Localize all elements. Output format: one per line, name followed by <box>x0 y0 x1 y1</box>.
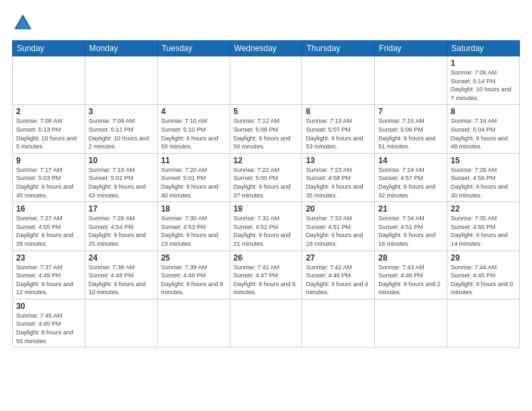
day-number: 11 <box>161 156 226 165</box>
calendar-cell: 8Sunrise: 7:16 AM Sunset: 5:04 PM Daylig… <box>447 105 520 153</box>
calendar-cell <box>302 56 375 105</box>
calendar-cell: 3Sunrise: 7:09 AM Sunset: 5:11 PM Daylig… <box>85 105 157 153</box>
day-number: 9 <box>16 156 81 165</box>
weekday-header-saturday: Saturday <box>447 41 520 56</box>
weekday-header-tuesday: Tuesday <box>157 41 230 56</box>
calendar-week-1: 2Sunrise: 7:08 AM Sunset: 5:13 PM Daylig… <box>13 105 520 153</box>
calendar: SundayMondayTuesdayWednesdayThursdayFrid… <box>12 40 520 348</box>
day-info: Sunrise: 7:39 AM Sunset: 4:48 PM Dayligh… <box>161 263 226 297</box>
calendar-cell <box>302 299 375 347</box>
calendar-cell: 9Sunrise: 7:17 AM Sunset: 5:03 PM Daylig… <box>13 153 85 201</box>
weekday-header-wednesday: Wednesday <box>230 41 302 56</box>
calendar-cell: 10Sunrise: 7:19 AM Sunset: 5:02 PM Dayli… <box>85 153 157 201</box>
calendar-header-row: SundayMondayTuesdayWednesdayThursdayFrid… <box>13 41 520 56</box>
day-number: 30 <box>16 302 81 311</box>
calendar-cell: 12Sunrise: 7:22 AM Sunset: 5:00 PM Dayli… <box>230 153 302 201</box>
day-number: 8 <box>451 107 516 116</box>
calendar-cell: 24Sunrise: 7:38 AM Sunset: 4:48 PM Dayli… <box>85 250 157 299</box>
calendar-cell: 21Sunrise: 7:34 AM Sunset: 4:51 PM Dayli… <box>375 202 447 250</box>
weekday-header-thursday: Thursday <box>302 41 375 56</box>
calendar-cell: 16Sunrise: 7:27 AM Sunset: 4:55 PM Dayli… <box>13 202 85 250</box>
day-info: Sunrise: 7:19 AM Sunset: 5:02 PM Dayligh… <box>89 166 154 199</box>
calendar-cell <box>13 56 85 105</box>
day-info: Sunrise: 7:23 AM Sunset: 4:58 PM Dayligh… <box>306 166 371 199</box>
day-info: Sunrise: 7:45 AM Sunset: 4:45 PM Dayligh… <box>16 312 81 345</box>
day-info: Sunrise: 7:12 AM Sunset: 5:08 PM Dayligh… <box>234 117 299 150</box>
day-number: 4 <box>161 107 226 116</box>
calendar-week-0: 1Sunrise: 7:06 AM Sunset: 5:14 PM Daylig… <box>13 56 520 105</box>
calendar-cell <box>230 56 302 105</box>
calendar-cell: 17Sunrise: 7:29 AM Sunset: 4:54 PM Dayli… <box>85 202 157 250</box>
calendar-week-4: 23Sunrise: 7:37 AM Sunset: 4:49 PM Dayli… <box>13 250 520 299</box>
day-info: Sunrise: 7:09 AM Sunset: 5:11 PM Dayligh… <box>89 117 154 150</box>
day-number: 21 <box>378 204 443 214</box>
calendar-cell: 14Sunrise: 7:24 AM Sunset: 4:57 PM Dayli… <box>375 153 447 201</box>
day-number: 25 <box>161 253 226 263</box>
day-number: 26 <box>234 253 299 263</box>
logo-icon <box>12 12 34 34</box>
calendar-cell <box>157 299 230 347</box>
calendar-cell: 5Sunrise: 7:12 AM Sunset: 5:08 PM Daylig… <box>230 105 302 153</box>
calendar-week-2: 9Sunrise: 7:17 AM Sunset: 5:03 PM Daylig… <box>13 153 520 201</box>
day-number: 2 <box>16 107 81 116</box>
calendar-cell: 6Sunrise: 7:13 AM Sunset: 5:07 PM Daylig… <box>302 105 375 153</box>
day-info: Sunrise: 7:44 AM Sunset: 4:45 PM Dayligh… <box>451 263 516 297</box>
calendar-cell: 11Sunrise: 7:20 AM Sunset: 5:01 PM Dayli… <box>157 153 230 201</box>
day-info: Sunrise: 7:27 AM Sunset: 4:55 PM Dayligh… <box>16 214 81 248</box>
day-info: Sunrise: 7:26 AM Sunset: 4:56 PM Dayligh… <box>451 166 516 199</box>
weekday-header-friday: Friday <box>375 41 447 56</box>
day-info: Sunrise: 7:16 AM Sunset: 5:04 PM Dayligh… <box>451 117 516 150</box>
calendar-week-3: 16Sunrise: 7:27 AM Sunset: 4:55 PM Dayli… <box>13 202 520 250</box>
day-info: Sunrise: 7:30 AM Sunset: 4:53 PM Dayligh… <box>161 214 226 248</box>
calendar-cell: 26Sunrise: 7:41 AM Sunset: 4:47 PM Dayli… <box>230 250 302 299</box>
day-info: Sunrise: 7:29 AM Sunset: 4:54 PM Dayligh… <box>89 214 154 248</box>
calendar-cell: 15Sunrise: 7:26 AM Sunset: 4:56 PM Dayli… <box>447 153 520 201</box>
page: SundayMondayTuesdayWednesdayThursdayFrid… <box>0 0 532 411</box>
day-info: Sunrise: 7:22 AM Sunset: 5:00 PM Dayligh… <box>234 166 299 199</box>
calendar-cell: 23Sunrise: 7:37 AM Sunset: 4:49 PM Dayli… <box>13 250 85 299</box>
calendar-cell <box>85 299 157 347</box>
day-info: Sunrise: 7:08 AM Sunset: 5:13 PM Dayligh… <box>16 117 81 150</box>
day-info: Sunrise: 7:41 AM Sunset: 4:47 PM Dayligh… <box>234 263 299 297</box>
day-number: 14 <box>378 156 443 165</box>
calendar-cell <box>230 299 302 347</box>
day-number: 24 <box>89 253 154 263</box>
calendar-cell: 29Sunrise: 7:44 AM Sunset: 4:45 PM Dayli… <box>447 250 520 299</box>
day-info: Sunrise: 7:33 AM Sunset: 4:51 PM Dayligh… <box>306 214 371 248</box>
day-info: Sunrise: 7:37 AM Sunset: 4:49 PM Dayligh… <box>16 263 81 297</box>
calendar-cell: 30Sunrise: 7:45 AM Sunset: 4:45 PM Dayli… <box>13 299 85 347</box>
day-number: 19 <box>234 204 299 214</box>
day-number: 6 <box>306 107 371 116</box>
day-number: 15 <box>451 156 516 165</box>
day-info: Sunrise: 7:10 AM Sunset: 5:10 PM Dayligh… <box>161 117 226 150</box>
day-number: 5 <box>234 107 299 116</box>
day-info: Sunrise: 7:34 AM Sunset: 4:51 PM Dayligh… <box>378 214 443 248</box>
calendar-cell <box>85 56 157 105</box>
day-number: 22 <box>451 204 516 214</box>
day-number: 13 <box>306 156 371 165</box>
day-info: Sunrise: 7:13 AM Sunset: 5:07 PM Dayligh… <box>306 117 371 150</box>
calendar-cell <box>447 299 520 347</box>
day-info: Sunrise: 7:35 AM Sunset: 4:50 PM Dayligh… <box>451 214 516 248</box>
calendar-cell: 25Sunrise: 7:39 AM Sunset: 4:48 PM Dayli… <box>157 250 230 299</box>
calendar-week-5: 30Sunrise: 7:45 AM Sunset: 4:45 PM Dayli… <box>13 299 520 347</box>
day-number: 12 <box>234 156 299 165</box>
day-number: 17 <box>89 204 154 214</box>
calendar-cell: 1Sunrise: 7:06 AM Sunset: 5:14 PM Daylig… <box>447 56 520 105</box>
logo <box>12 12 36 34</box>
day-info: Sunrise: 7:24 AM Sunset: 4:57 PM Dayligh… <box>378 166 443 199</box>
weekday-header-sunday: Sunday <box>13 41 85 56</box>
calendar-cell: 13Sunrise: 7:23 AM Sunset: 4:58 PM Dayli… <box>302 153 375 201</box>
day-number: 18 <box>161 204 226 214</box>
day-number: 16 <box>16 204 81 214</box>
header <box>12 12 520 34</box>
calendar-cell: 28Sunrise: 7:43 AM Sunset: 4:46 PM Dayli… <box>375 250 447 299</box>
calendar-cell: 22Sunrise: 7:35 AM Sunset: 4:50 PM Dayli… <box>447 202 520 250</box>
day-number: 1 <box>451 58 516 68</box>
day-info: Sunrise: 7:15 AM Sunset: 5:06 PM Dayligh… <box>378 117 443 150</box>
day-info: Sunrise: 7:20 AM Sunset: 5:01 PM Dayligh… <box>161 166 226 199</box>
calendar-cell <box>375 299 447 347</box>
day-info: Sunrise: 7:38 AM Sunset: 4:48 PM Dayligh… <box>89 263 154 297</box>
day-info: Sunrise: 7:42 AM Sunset: 4:46 PM Dayligh… <box>306 263 371 297</box>
day-number: 29 <box>451 253 516 263</box>
